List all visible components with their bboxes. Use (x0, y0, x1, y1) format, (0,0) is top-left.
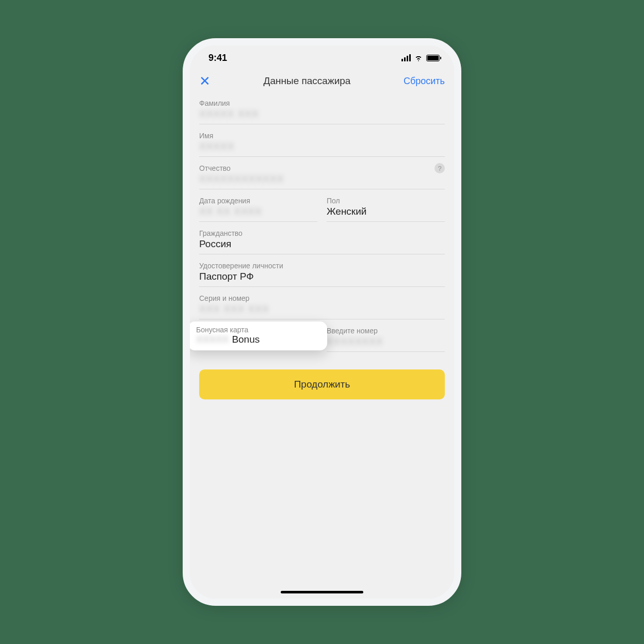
id-doc-value: Паспорт РФ (199, 270, 445, 283)
id-doc-label: Удостоверение личности (199, 262, 445, 270)
phone-frame: 9:41 ✕ Данные пассажира Сбросить Фамилия… (183, 38, 461, 606)
patronymic-value: XXXXXXXXXXXX (199, 172, 434, 186)
citizenship-field[interactable]: Гражданство Россия (199, 225, 445, 254)
doc-number-value: XXX XXX XXX (199, 302, 445, 316)
patronymic-field[interactable]: Отчество ? XXXXXXXXXXXX (199, 160, 445, 189)
id-doc-field[interactable]: Удостоверение личности Паспорт РФ (199, 257, 445, 287)
bonus-card-popout[interactable]: Бонусная карта XXXXX Bonus (188, 321, 327, 350)
home-indicator[interactable] (281, 591, 363, 593)
status-time: 9:41 (208, 53, 227, 63)
status-bar: 9:41 (190, 45, 454, 70)
gender-label: Пол (327, 197, 445, 205)
nav-header: ✕ Данные пассажира Сбросить (190, 70, 454, 95)
name-field[interactable]: Имя XXXXX (199, 127, 445, 157)
bonus-card-value: XXXXX Bonus (196, 334, 319, 345)
surname-label: Фамилия (199, 99, 445, 107)
bonus-card-suffix: Bonus (232, 334, 260, 345)
citizenship-value: Россия (199, 237, 445, 251)
status-indicators (401, 54, 440, 61)
gender-field[interactable]: Пол Женский (327, 192, 445, 222)
wifi-icon (414, 54, 423, 61)
name-label: Имя (199, 132, 445, 140)
gender-value: Женский (327, 205, 445, 218)
cellular-icon (401, 54, 411, 61)
dob-value: XX XX XXXX (199, 205, 317, 218)
help-icon[interactable]: ? (434, 163, 445, 173)
battery-icon (426, 55, 440, 61)
name-value: XXXXX (199, 140, 445, 153)
page-title: Данные пассажира (264, 75, 351, 87)
continue-button[interactable]: Продолжить (199, 369, 445, 399)
surname-field[interactable]: Фамилия XXXXX XXX (199, 95, 445, 124)
citizenship-label: Гражданство (199, 229, 445, 237)
screen: 9:41 ✕ Данные пассажира Сбросить Фамилия… (190, 45, 454, 599)
reset-button[interactable]: Сбросить (404, 76, 445, 87)
bonus-card-label: Бонусная карта (196, 326, 319, 334)
enter-number-label: Введите номер (327, 327, 445, 335)
passenger-form: Фамилия XXXXX XXX Имя XXXXX Отчество ? X… (190, 95, 454, 399)
enter-number-value: XXXXXXXX (327, 335, 445, 348)
surname-value: XXXXX XXX (199, 107, 445, 121)
patronymic-label: Отчество (199, 164, 445, 172)
enter-number-field[interactable]: Введите номер XXXXXXXX (327, 323, 445, 352)
doc-number-label: Серия и номер (199, 294, 445, 302)
dob-label: Дата рождения (199, 197, 317, 205)
close-button[interactable]: ✕ (199, 74, 211, 88)
dob-field[interactable]: Дата рождения XX XX XXXX (199, 192, 317, 222)
doc-number-field[interactable]: Серия и номер XXX XXX XXX (199, 290, 445, 319)
